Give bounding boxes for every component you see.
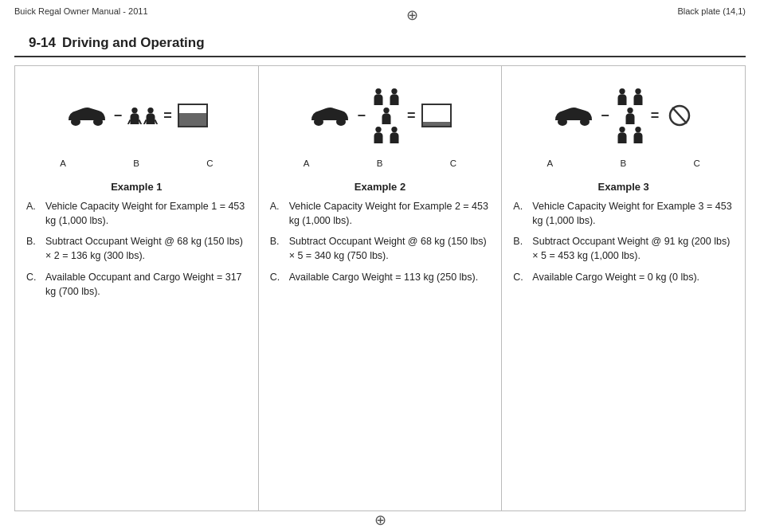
- persons-row-top-2: [371, 88, 402, 105]
- person-icon-3c: [623, 107, 637, 124]
- example-1-title: Example 1: [26, 181, 247, 193]
- list-item: C. Available Occupant and Cargo Weight =…: [26, 270, 247, 299]
- svg-point-21: [635, 127, 641, 132]
- list-label-a: A.: [26, 199, 42, 228]
- list-item-2a: A. Vehicle Capacity Weight for Example 2…: [270, 199, 491, 228]
- label-a: A: [60, 158, 66, 168]
- svg-line-3: [128, 120, 131, 125]
- header-right: Black plate (14,1): [677, 6, 746, 24]
- footer-crosshair: ⊕: [374, 511, 386, 529]
- diagram-item-c3: [664, 104, 695, 127]
- minus-symbol-2: −: [357, 108, 366, 124]
- person-icon-3d: [615, 126, 629, 143]
- list-text-c: Available Occupant and Cargo Weight = 31…: [45, 270, 247, 299]
- svg-point-20: [619, 127, 625, 132]
- list-text-3c: Available Cargo Weight = 0 kg (0 lbs).: [532, 270, 734, 284]
- svg-point-5: [148, 108, 154, 113]
- svg-point-11: [391, 88, 397, 94]
- example-2-title: Example 2: [270, 181, 491, 193]
- list-item-3c: C. Available Cargo Weight = 0 kg (0 lbs)…: [513, 270, 734, 284]
- list-text-a: Vehicle Capacity Weight for Example 1 = …: [45, 199, 247, 228]
- list-item: B. Subtract Occupant Weight @ 68 kg (150…: [26, 234, 247, 263]
- no-cargo-icon: [664, 104, 695, 127]
- label-b3: B: [621, 158, 627, 168]
- main-content: −: [14, 65, 746, 511]
- persons-row-mid-2: [379, 107, 394, 124]
- person-icon-2b: [387, 88, 402, 105]
- persons-row-bot-3: [615, 126, 645, 143]
- diagram-item-c2: [421, 104, 452, 127]
- list-text-2a: Vehicle Capacity Weight for Example 2 = …: [289, 199, 491, 228]
- svg-line-23: [672, 108, 687, 123]
- svg-line-4: [139, 120, 142, 125]
- equals-symbol-3: =: [651, 108, 660, 124]
- svg-line-7: [155, 120, 158, 125]
- minus-symbol-3: −: [601, 108, 609, 124]
- section-number: 9-14: [29, 35, 56, 51]
- label-b2: B: [377, 158, 383, 168]
- person-icon-2a: [371, 88, 386, 105]
- list-text-3a: Vehicle Capacity Weight for Example 3 = …: [532, 199, 734, 228]
- list-text-2b: Subtract Occupant Weight @ 68 kg (150 lb…: [289, 234, 491, 263]
- example-3-column: −: [502, 66, 745, 510]
- label-c: C: [206, 158, 213, 168]
- person-icon-3a: [615, 88, 629, 105]
- minus-symbol: −: [114, 108, 123, 124]
- diagram-row: −: [26, 76, 247, 155]
- svg-point-10: [375, 88, 381, 94]
- label-c2: C: [450, 158, 456, 168]
- section-title-text: Driving and Operating: [62, 35, 205, 51]
- svg-point-18: [635, 88, 641, 94]
- header-left: Buick Regal Owner Manual - 2011: [14, 6, 148, 24]
- example-1-list: A. Vehicle Capacity Weight for Example 1…: [26, 199, 247, 305]
- list-item-3a: A. Vehicle Capacity Weight for Example 3…: [513, 199, 734, 228]
- list-text-3b: Subtract Occupant Weight @ 91 kg (200 lb…: [532, 234, 734, 263]
- list-label-2b: B.: [270, 234, 286, 263]
- diagram-item-a: [65, 104, 108, 127]
- svg-point-12: [383, 108, 389, 113]
- example-3-title: Example 3: [513, 181, 734, 193]
- page-footer: ⊕: [0, 508, 760, 532]
- car-svg-2: [308, 104, 351, 127]
- svg-point-2: [132, 108, 138, 113]
- person-icon-3b: [631, 88, 645, 105]
- label-a3: A: [547, 158, 554, 168]
- list-label-2c: C.: [270, 270, 286, 284]
- equals-symbol-2: =: [407, 108, 416, 124]
- car-svg: [65, 104, 108, 127]
- list-label-c: C.: [26, 270, 42, 299]
- abc-labels-1: A B C: [26, 158, 247, 168]
- svg-point-13: [375, 127, 381, 132]
- car-svg-3: [552, 104, 595, 127]
- example-2-diagram: −: [270, 76, 491, 168]
- person-icon-3e: [631, 126, 645, 143]
- label-c3: C: [694, 158, 700, 168]
- section-title: 9-14 Driving and Operating: [14, 27, 746, 57]
- list-label-2a: A.: [270, 199, 286, 228]
- diagram-item-a2: [308, 104, 351, 127]
- page-header: Buick Regal Owner Manual - 2011 ⊕ Black …: [0, 0, 760, 27]
- diagram-item-a3: [552, 104, 595, 127]
- list-item-2c: C. Available Cargo Weight = 113 kg (250 …: [270, 270, 491, 284]
- example-3-list: A. Vehicle Capacity Weight for Example 3…: [513, 199, 734, 291]
- example-1-diagram: −: [26, 76, 247, 168]
- svg-line-6: [144, 120, 147, 125]
- header-crosshair: ⊕: [406, 6, 418, 24]
- example-2-column: −: [259, 66, 503, 510]
- example-2-list: A. Vehicle Capacity Weight for Example 2…: [270, 199, 491, 291]
- persons-container-2: [371, 88, 402, 143]
- persons-row-top-3: [615, 88, 645, 105]
- person-icon-2c: [379, 107, 394, 124]
- person-icon-2d: [371, 126, 386, 143]
- diagram-item-b: [127, 107, 158, 124]
- list-label-3a: A.: [513, 199, 529, 228]
- persons-container: [127, 107, 158, 124]
- diagram-item-b2: [371, 88, 402, 143]
- person-icon: [143, 107, 158, 124]
- label-a2: A: [304, 158, 310, 168]
- list-label-b: B.: [26, 234, 42, 263]
- svg-point-17: [619, 88, 625, 94]
- list-label-3c: C.: [513, 270, 529, 284]
- list-label-3b: B.: [513, 234, 529, 263]
- example-1-column: −: [15, 66, 259, 510]
